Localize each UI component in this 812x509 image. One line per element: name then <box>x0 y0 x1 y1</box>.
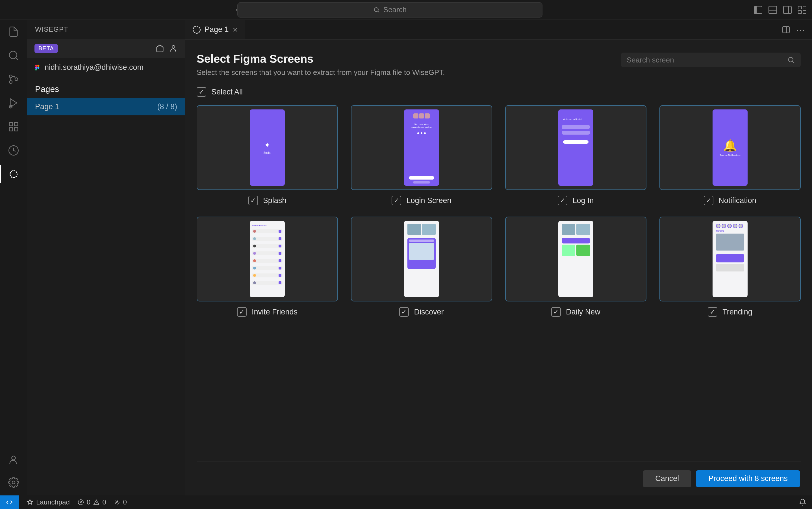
svg-point-4 <box>15 78 18 80</box>
svg-point-2 <box>9 75 12 78</box>
pages-header: Pages <box>27 77 185 98</box>
svg-rect-8 <box>9 128 13 131</box>
remote-button[interactable] <box>0 496 19 509</box>
screen-thumb[interactable]: Invite Friends <box>197 216 338 301</box>
explorer-icon[interactable] <box>7 26 20 38</box>
screen-label: Log In <box>573 196 594 205</box>
close-icon[interactable]: × <box>233 25 238 34</box>
sidebar-user[interactable]: nidhi.sorathiya@dhiwise.com <box>27 58 185 77</box>
sidebar-title: WISEGPT <box>27 20 185 39</box>
svg-point-16 <box>35 67 37 69</box>
screen-label: Daily New <box>566 308 600 316</box>
screen-card-notification: 🔔 Turn on Notifications Notification <box>659 105 801 205</box>
screen-thumb[interactable]: ✦Social <box>197 105 338 190</box>
screen-checkbox[interactable] <box>558 196 567 205</box>
screen-thumb[interactable]: 🔔 Turn on Notifications <box>659 105 801 190</box>
svg-point-12 <box>12 481 15 484</box>
launchpad-status[interactable]: Launchpad <box>27 498 70 506</box>
screen-label-row[interactable]: Login Screen <box>392 196 451 205</box>
select-all-row[interactable]: Select All <box>197 87 801 97</box>
screen-label-row[interactable]: Log In <box>558 196 594 205</box>
screen-label-row[interactable]: Discover <box>399 307 444 317</box>
screen-thumb[interactable]: Trending <box>659 216 801 301</box>
screen-label: Notification <box>718 196 756 205</box>
screen-thumb[interactable] <box>351 216 492 301</box>
editor: Page 1 × ··· Select Figma Screens Select… <box>185 20 812 496</box>
screen-label-row[interactable]: Daily New <box>551 307 600 317</box>
layout-bottom-icon[interactable] <box>769 6 777 14</box>
screen-label: Trending <box>723 308 752 316</box>
home-icon[interactable] <box>156 44 164 53</box>
screen-checkbox[interactable] <box>248 196 258 205</box>
errors-count: 0 <box>87 498 90 506</box>
tab-page1[interactable]: Page 1 × <box>185 20 245 39</box>
screen-checkbox[interactable] <box>708 307 717 317</box>
layout-grid-icon[interactable] <box>798 6 806 14</box>
timeline-icon[interactable] <box>7 144 20 157</box>
activity-bar-bottom <box>7 453 20 496</box>
svg-point-11 <box>11 456 15 460</box>
titlebar-left <box>6 6 237 13</box>
screen-label: Invite Friends <box>252 308 297 316</box>
screen-thumb[interactable] <box>505 216 647 301</box>
screen-checkbox[interactable] <box>551 307 561 317</box>
beta-badge: BETA <box>34 44 58 53</box>
screen-checkbox[interactable] <box>392 196 401 205</box>
tab-label: Page 1 <box>205 25 229 34</box>
cancel-button[interactable]: Cancel <box>643 470 691 487</box>
ports-status[interactable]: 0 <box>114 498 127 506</box>
screen-checkbox[interactable] <box>399 307 409 317</box>
screen-checkbox[interactable] <box>704 196 713 205</box>
header-text: Select Figma Screens Select the screens … <box>197 53 445 77</box>
select-all-label: Select All <box>211 88 243 96</box>
page-subtitle: Select the screens that you want to extr… <box>197 68 445 77</box>
split-editor-icon[interactable] <box>782 26 790 33</box>
titlebar: Search <box>0 0 812 20</box>
debug-icon[interactable] <box>7 97 20 109</box>
search-screen-input[interactable]: Search screen <box>621 53 801 67</box>
sidebar: WISEGPT BETA nidhi.sorathiya@dhiwise.com… <box>27 20 185 496</box>
search-icon[interactable] <box>7 49 20 62</box>
tab-spinner-icon <box>193 26 200 34</box>
global-search[interactable]: Search <box>237 2 543 18</box>
bell-icon[interactable] <box>799 499 806 506</box>
screen-label-row[interactable]: Notification <box>704 196 756 205</box>
more-icon[interactable]: ··· <box>797 25 805 34</box>
svg-point-13 <box>172 45 175 48</box>
svg-point-17 <box>37 67 39 69</box>
screen-label-row[interactable]: Invite Friends <box>237 307 297 317</box>
screen-label: Splash <box>263 196 287 205</box>
screen-label: Login Screen <box>406 196 451 205</box>
settings-icon[interactable] <box>7 476 20 489</box>
layout-right-icon[interactable] <box>783 6 792 14</box>
account-icon[interactable] <box>7 453 20 466</box>
footer-bar: Cancel Proceed with 8 screens <box>197 462 801 496</box>
page-count: (8 / 8) <box>157 102 177 111</box>
extensions-icon[interactable] <box>7 121 20 133</box>
activity-bar <box>0 20 27 496</box>
status-right <box>799 499 806 506</box>
source-control-icon[interactable] <box>7 73 20 86</box>
svg-point-21 <box>116 501 118 503</box>
screen-card-invite-friends: Invite Friends Invit <box>197 216 338 317</box>
screen-thumb[interactable]: Welcome to Social <box>505 105 647 190</box>
problems-status[interactable]: 0 0 <box>78 498 106 506</box>
wisegpt-icon[interactable] <box>7 168 20 180</box>
svg-point-0 <box>374 8 378 11</box>
launchpad-label: Launchpad <box>36 498 70 506</box>
screen-card-discover: Discover <box>351 216 492 317</box>
svg-point-3 <box>9 80 12 83</box>
screen-checkbox[interactable] <box>237 307 247 317</box>
main: WISEGPT BETA nidhi.sorathiya@dhiwise.com… <box>0 20 812 496</box>
screen-card-splash: ✦Social Splash <box>197 105 338 205</box>
user-icon[interactable] <box>169 44 178 53</box>
search-icon <box>787 56 795 64</box>
screen-label-row[interactable]: Trending <box>708 307 752 317</box>
screen-label-row[interactable]: Splash <box>248 196 287 205</box>
page-item[interactable]: Page 1 (8 / 8) <box>27 98 185 115</box>
screen-thumb[interactable]: Find new friendconnection or partner <box>351 105 492 190</box>
proceed-button[interactable]: Proceed with 8 screens <box>696 470 800 487</box>
layout-left-icon[interactable] <box>754 6 762 14</box>
select-all-checkbox[interactable] <box>197 87 206 97</box>
titlebar-right <box>754 6 806 14</box>
